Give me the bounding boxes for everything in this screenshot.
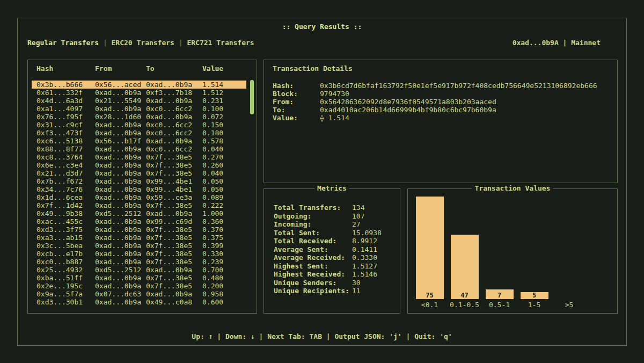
cell-from: 0x56...aced	[95, 81, 146, 89]
cell-from: 0xad...0b9a	[95, 226, 146, 234]
cell-value: 0.375	[202, 234, 246, 242]
table-row[interactable]: 0x34...7c760xad...0b9a0x99...4be10.050	[32, 185, 246, 193]
cell-to: 0xad...0b9a	[146, 137, 202, 145]
cell-value: 0.270	[202, 153, 246, 161]
cell-value: 0.239	[202, 258, 246, 266]
table-row[interactable]: 0x4d...6a3d0x21...55490xad...0b9a0.231	[32, 97, 246, 105]
table-row[interactable]: 0x21...d3d70xad...0b9a0x7f...38e50.040	[32, 169, 246, 177]
details-fields: Hash:0x3b6cd7d6bfaf163792f50e1ef5e917b97…	[273, 82, 613, 122]
table-row[interactable]: 0x6e...c3e40xad...0b9a0x7f...38e50.260	[32, 161, 246, 169]
chart-bar: 7	[486, 289, 514, 299]
cell-hash: 0x4d...6a3d	[36, 97, 95, 105]
table-row[interactable]: 0x9a...5f7a0x07...dc630xad...0b9a0.958	[32, 290, 246, 298]
chart-bar-wrap: 5	[517, 292, 552, 299]
table-row[interactable]: 0xac...455c0xad...0b9a0x99...c69d0.360	[32, 217, 246, 226]
transaction-details-panel: Transaction Details Hash:0x3b6cd7d6bfaf1…	[264, 60, 618, 183]
table-row[interactable]: 0xf3...473f0xad...0b9a0xc0...6cc20.180	[32, 129, 246, 137]
cell-hash: 0xc8...3764	[36, 153, 95, 161]
cell-value: 0.050	[202, 177, 246, 185]
tab-regular-transfers[interactable]: Regular Transfers	[27, 39, 99, 47]
table-row[interactable]: 0x7b...f6720xad...0b9a0x99...4be10.050	[32, 177, 246, 185]
metric-value: 0.3330	[352, 253, 377, 262]
cell-from: 0xad...0b9a	[95, 121, 146, 129]
cell-from: 0xad...0b9a	[95, 161, 146, 169]
tab-erc721-transfers[interactable]: ERC721 Transfers	[187, 39, 254, 47]
bar-value-label: 75	[426, 292, 433, 299]
cell-from: 0xad...0b9a	[95, 282, 146, 290]
table-scrollbar[interactable]	[250, 80, 254, 114]
status-bar: Up: ⇡ | Down: ⇣ | Next Tab: TAB | Output…	[18, 332, 626, 340]
metric-label: Highest Received:	[274, 270, 352, 279]
cell-to: 0x7f...38e5	[146, 201, 202, 209]
cell-from: 0xd5...2512	[95, 209, 146, 217]
detail-field: Hash:0x3b6cd7d6bfaf163792f50e1ef5e917b97…	[273, 82, 613, 90]
cell-hash: 0x25...4932	[36, 266, 95, 274]
column-header-hash: Hash	[36, 64, 95, 72]
metric-value: 0.1411	[352, 245, 377, 254]
table-row[interactable]: 0x1d...6cea0xad...0b9a0x59...ce3a0.089	[32, 193, 246, 201]
cell-hash: 0xd3...30b1	[36, 298, 95, 306]
cell-hash: 0x7b...f672	[36, 177, 95, 185]
table-row[interactable]: 0xa3...ab150xad...0b9a0x7f...38e50.375	[32, 234, 246, 242]
table-row[interactable]: 0x3c...5bea0xad...0b9a0x7f...38e50.399	[32, 242, 246, 250]
tab-erc20-transfers[interactable]: ERC20 Transfers	[112, 39, 174, 47]
column-header-value: Value	[202, 64, 246, 72]
table-row[interactable]: 0x88...8f770xad...0b9a0xc0...6cc20.040	[32, 145, 246, 153]
table-row[interactable]: 0xd3...30b10xad...0b9a0x49...c0a80.600	[32, 298, 246, 306]
metric-row: Outgoing:107	[274, 212, 397, 221]
table-row[interactable]: 0x31...c9cf0xad...0b9a0xc0...6cc20.150	[32, 121, 246, 129]
metric-value: 11	[352, 287, 361, 295]
cell-hash: 0xc6...5138	[36, 137, 95, 145]
table-row[interactable]: 0x2e...195c0xad...0b9a0x7f...38e50.200	[32, 282, 246, 290]
cell-to: 0x7f...38e5	[146, 282, 202, 290]
cell-value: 0.600	[202, 298, 246, 306]
cell-from: 0xd5...2512	[95, 266, 146, 274]
cell-from: 0xad...0b9a	[95, 298, 146, 306]
table-row[interactable]: 0x49...9b380xd5...25120xad...0b9a1.000	[32, 209, 246, 217]
cell-from: 0xad...0b9a	[95, 145, 146, 153]
table-row[interactable]: 0x76...f95f0x28...1d600xad...0b9a0.072	[32, 113, 246, 121]
table-row[interactable]: 0xc8...37640xad...0b9a0x7f...38e50.270	[32, 153, 246, 161]
metrics-list: Total Transfers:134Outgoing:107Incoming:…	[264, 189, 400, 295]
table-row[interactable]: 0xd3...3f750xad...0b9a0x7f...38e50.370	[32, 226, 246, 234]
table-row[interactable]: 0x3b...b6660x56...aced0xad...0b9a1.514	[32, 81, 246, 89]
x-axis-label: >5	[565, 301, 574, 309]
cell-value: 1.514	[202, 81, 246, 89]
table-row[interactable]: 0x7f...1d420xad...0b9a0x7f...38e50.222	[32, 201, 246, 209]
table-row[interactable]: 0x25...49320xd5...25120xad...0b9a0.700	[32, 266, 246, 274]
table-row[interactable]: 0xa1...40970xad...0b9a0xc0...6cc20.100	[32, 105, 246, 113]
cell-to: 0xad...0b9a	[146, 209, 202, 217]
account-info: 0xad...0b9A | Mainnet	[513, 39, 601, 47]
table-row[interactable]: 0xba...51ff0xad...0b9a0x7f...38e50.480	[32, 274, 246, 282]
cell-value: 0.100	[202, 105, 246, 113]
chart-slot: 75<0.1	[412, 197, 447, 309]
bar-chart: 75<0.1470.1-0.570.5-151-5>5	[412, 197, 587, 309]
x-axis-label: 1-5	[528, 301, 540, 309]
cell-value: 0.150	[202, 121, 246, 129]
metric-row: Total Received:8.9912	[274, 237, 397, 245]
cell-to: 0xad...0b9a	[146, 266, 202, 274]
table-row[interactable]: 0xc0...b8870xad...0b9a0x7f...38e50.239	[32, 258, 246, 266]
chart-slot: 470.1-0.5	[447, 235, 482, 309]
metric-label: Total Received:	[274, 237, 352, 245]
metric-label: Average Received:	[274, 253, 352, 262]
chart-slot: >5	[552, 299, 587, 309]
cell-to: 0xc0...6cc2	[146, 105, 202, 113]
cell-to: 0xad...0b9a	[146, 97, 202, 105]
chart-title: Transaction Values	[472, 184, 553, 193]
chart-slot: 70.5-1	[482, 289, 517, 309]
metric-label: Highest Sent:	[274, 262, 352, 271]
cell-hash: 0x21...d3d7	[36, 169, 95, 177]
cell-value: 0.040	[202, 169, 246, 177]
table-row[interactable]: 0xc6...51380x56...b17f0xad...0b9a0.578	[32, 137, 246, 145]
chart-bar: 75	[416, 197, 444, 299]
table-row[interactable]: 0x61...332f0xad...0b9a0xf3...7b181.512	[32, 89, 246, 97]
cell-from: 0xad...0b9a	[95, 169, 146, 177]
cell-hash: 0x3b...b666	[36, 81, 95, 89]
cell-from: 0xad...0b9a	[95, 193, 146, 201]
cell-hash: 0x1d...6cea	[36, 193, 95, 201]
cell-value: 0.578	[202, 137, 246, 145]
field-label: To:	[273, 106, 320, 114]
cell-from: 0xad...0b9a	[95, 217, 146, 226]
table-row[interactable]: 0xcb...e17b0xad...0b9a0x7f...38e50.330	[32, 250, 246, 258]
